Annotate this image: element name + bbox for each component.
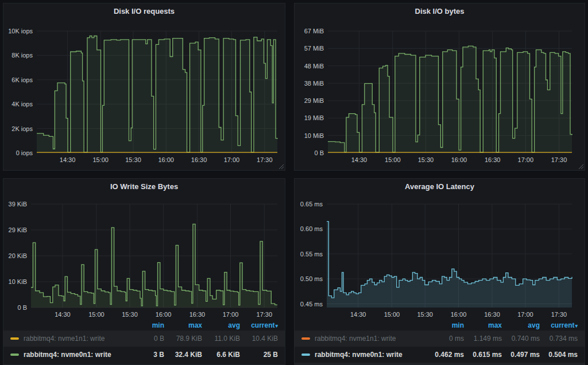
y-axis-label: 4K iops [11, 101, 33, 107]
panel-title[interactable]: Average IO Latency [295, 179, 585, 195]
sort-caret-icon: ▾ [575, 323, 578, 329]
legend-series-toggle[interactable]: rabbitmq4: nvme0n1: write [301, 351, 426, 359]
x-axis-label: 15:00 [385, 156, 401, 163]
panel-title[interactable]: Disk I/O requests [3, 3, 285, 20]
x-axis-label: 16:30 [485, 156, 501, 163]
panel-resize-handle-icon[interactable] [278, 164, 284, 169]
legend-header: minmaxavgcurrent▾ [295, 320, 585, 331]
legend-value-max: 32.4 KiB [164, 351, 202, 359]
y-axis-label: 0.50 ms [300, 275, 323, 282]
panel-disk-io-bytes: Disk I/O bytes 14:3015:0015:3016:0016:30… [294, 3, 585, 171]
legend-value-avg: 11.0 KiB [202, 335, 240, 343]
x-axis-label: 15:00 [384, 311, 400, 318]
legend-header: minmaxavgcurrent▾ [3, 320, 285, 331]
y-axis-label: 19 MiB [304, 114, 324, 121]
series-fill [31, 224, 277, 308]
average-io-latency-chart[interactable]: 14:3015:0015:3016:0016:3017:0017:300.45 … [295, 195, 585, 320]
disk-io-bytes-chart[interactable]: 14:3015:0015:3016:0016:3017:0017:300 B10… [295, 20, 585, 171]
panel-title[interactable]: IO Write Size Bytes [3, 179, 285, 195]
chart-area: 14:3015:0015:3016:0016:3017:0017:300.45 … [295, 195, 585, 320]
legend-value-max: 78.9 KiB [164, 335, 202, 343]
legend-value-min: 0 B [126, 335, 164, 343]
x-axis-label: 15:30 [417, 311, 433, 318]
series-label: rabbitmq4: nvme1n1: write [24, 335, 105, 343]
y-axis-label: 10K iops [8, 28, 33, 34]
x-axis-label: 16:30 [484, 311, 500, 318]
panel-average-io-latency: Average IO Latency 14:3015:0015:3016:001… [294, 178, 585, 365]
legend-value-min: 0 ms [426, 335, 464, 343]
x-axis-label: 14:30 [351, 156, 368, 163]
io-write-size-bytes-chart[interactable]: 14:3015:0015:3016:0016:3017:0017:300 B10… [3, 195, 285, 320]
panel-resize-handle-icon[interactable] [578, 164, 583, 169]
legend-table: minmaxavgcurrent▾rabbitmq4: nvme1n1: wri… [3, 320, 285, 363]
legend-series-toggle[interactable]: rabbitmq4: nvme1n1: write [301, 335, 426, 343]
dashboard: Disk I/O requests 14:3015:0015:3016:0016… [0, 0, 588, 365]
legend-row: rabbitmq4: nvme1n1: write0 B78.9 KiB11.0… [3, 331, 285, 347]
x-axis-label: 16:30 [189, 311, 206, 318]
x-axis-label: 16:00 [451, 311, 467, 318]
series-label: rabbitmq4: nvme0n1: write [315, 351, 403, 359]
x-axis-label: 15:30 [125, 156, 141, 163]
legend-value-current: 10.4 KiB [240, 335, 278, 343]
legend-column-max[interactable]: max [164, 321, 202, 329]
x-axis-label: 14:30 [55, 311, 71, 318]
legend-value-max: 0.615 ms [464, 351, 502, 359]
series-fill [327, 221, 572, 308]
legend-value-min: 3 B [126, 351, 164, 359]
y-axis-label: 38 MiB [304, 80, 324, 87]
legend-column-current[interactable]: current▾ [240, 321, 278, 329]
x-axis-label: 17:30 [257, 311, 273, 318]
legend-series-toggle[interactable]: rabbitmq4: nvme1n1: write [10, 335, 126, 343]
y-axis-label: 10 MiB [304, 132, 324, 139]
x-axis-label: 16:00 [158, 156, 174, 163]
y-axis-label: 0.45 ms [300, 301, 323, 308]
x-axis-label: 16:30 [191, 156, 207, 163]
legend-column-current[interactable]: current▾ [540, 321, 578, 329]
legend-row: rabbitmq4: nvme1n1: write0 ms1.149 ms0.7… [295, 331, 585, 347]
legend-series-toggle[interactable]: rabbitmq4: nvme0n1: write [10, 351, 126, 359]
panel-title[interactable]: Disk I/O bytes [295, 3, 585, 20]
legend-column-min[interactable]: min [126, 321, 164, 329]
legend-column-avg[interactable]: avg [202, 321, 240, 329]
x-axis-label: 14:30 [350, 311, 366, 318]
legend-value-avg: 0.497 ms [502, 351, 540, 359]
x-axis-label: 17:00 [223, 311, 239, 318]
x-axis-label: 17:30 [551, 156, 567, 163]
series-color-swatch-icon[interactable] [301, 337, 310, 340]
legend-value-max: 1.149 ms [464, 335, 502, 343]
y-axis-label: 6K iops [11, 76, 33, 83]
y-axis-label: 0 iops [16, 149, 33, 156]
y-axis-label: 8K iops [11, 52, 33, 59]
x-axis-label: 15:30 [122, 311, 138, 318]
y-axis-label: 29 KiB [9, 226, 27, 233]
x-axis-label: 17:30 [551, 311, 567, 318]
y-axis-label: 0.60 ms [300, 225, 323, 232]
y-axis-label: 20 KiB [9, 252, 27, 259]
legend-row: rabbitmq4: nvme0n1: write3 B32.4 KiB6.6 … [3, 347, 285, 363]
legend-value-current: 25 B [240, 351, 278, 359]
series-color-swatch-icon[interactable] [10, 354, 19, 356]
y-axis-label: 2K iops [11, 125, 33, 132]
x-axis-label: 14:30 [60, 156, 76, 163]
y-axis-label: 29 MiB [304, 97, 324, 104]
x-axis-label: 16:00 [156, 311, 172, 318]
x-axis-label: 15:30 [418, 156, 434, 163]
legend-column-min[interactable]: min [426, 321, 464, 329]
legend-row-partial [295, 363, 585, 365]
legend-row: rabbitmq4: nvme0n1: write0.462 ms0.615 m… [295, 347, 585, 363]
series-color-swatch-icon[interactable] [301, 354, 310, 356]
x-axis-label: 17:30 [257, 156, 273, 163]
x-axis-label: 17:00 [518, 156, 534, 163]
series-label: rabbitmq4: nvme1n1: write [315, 335, 396, 343]
legend-column-avg[interactable]: avg [502, 321, 540, 329]
panel-disk-io-requests: Disk I/O requests 14:3015:0015:3016:0016… [3, 3, 285, 171]
series-color-swatch-icon[interactable] [10, 337, 19, 340]
series-label: rabbitmq4: nvme0n1: write [24, 351, 111, 359]
disk-io-requests-chart[interactable]: 14:3015:0015:3016:0016:3017:0017:300 iop… [3, 20, 285, 171]
legend-value-current: 0.504 ms [540, 351, 578, 359]
legend-value-avg: 6.6 KiB [202, 351, 240, 359]
y-axis-label: 0 B [314, 149, 324, 156]
legend-value-current: 0.734 ms [540, 335, 578, 343]
legend-column-max[interactable]: max [464, 321, 502, 329]
y-axis-label: 57 MiB [304, 45, 324, 52]
